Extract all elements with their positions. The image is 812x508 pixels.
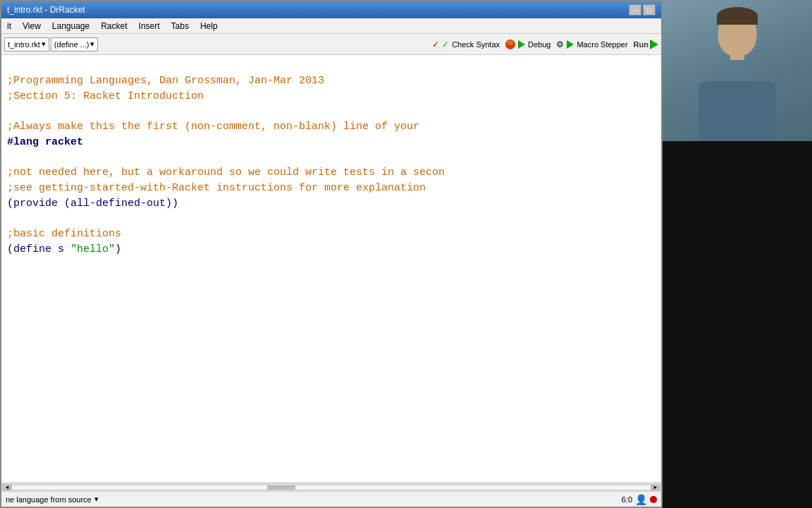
- status-bar: ne language from source ▾ 6:0 👤: [1, 491, 661, 507]
- toolbar: t_intro.rkt ▾ (define ...) ▾ ✓ ✓ Check S…: [1, 34, 661, 55]
- code-line-4: ;Always make this the first (non-comment…: [7, 121, 419, 133]
- title-bar: t_intro.rkt - DrRacket ─ □: [1, 1, 661, 18]
- scroll-left-icon: ◀: [6, 484, 9, 490]
- code-line-11: ;basic definitions: [7, 228, 121, 240]
- menu-language[interactable]: Language: [47, 18, 95, 33]
- menu-tabs[interactable]: Tabs: [166, 18, 195, 33]
- check-syntax-label: Check Syntax: [452, 40, 500, 49]
- minimize-icon: ─: [632, 6, 637, 14]
- code-line-2: ;Section 5: Racket Introduction: [7, 90, 204, 102]
- define-dropdown[interactable]: (define ...) ▾: [51, 37, 99, 52]
- debug-icon: [505, 40, 515, 49]
- minimize-button[interactable]: ─: [629, 4, 641, 16]
- macro-stepper-group[interactable]: ⚙ Macro Stepper: [556, 40, 627, 49]
- define-dropdown-arrow: ▾: [90, 40, 94, 49]
- menu-insert[interactable]: Insert: [133, 18, 166, 33]
- run-label: Run: [634, 40, 648, 49]
- status-person-icon: 👤: [635, 494, 647, 505]
- macro-stepper-icon: ⚙: [556, 40, 564, 49]
- scrollbar-track[interactable]: [11, 485, 651, 490]
- status-dot-red: [650, 496, 657, 503]
- check-syntax-icon2: ✓: [442, 40, 449, 49]
- define-dropdown-value: (define ...): [54, 40, 90, 49]
- language-status: ne language from source: [6, 495, 92, 504]
- run-group[interactable]: Run: [634, 40, 658, 49]
- maximize-icon: □: [647, 6, 651, 14]
- macro-stepper-play-icon: [567, 40, 574, 49]
- window-title: t_intro.rkt - DrRacket: [7, 5, 85, 15]
- menu-racket[interactable]: Racket: [95, 18, 133, 33]
- menu-view[interactable]: View: [17, 18, 47, 33]
- status-left: ne language from source ▾: [6, 495, 616, 504]
- run-icon: [650, 40, 658, 49]
- check-syntax-icon: ✓: [432, 40, 439, 49]
- menu-help[interactable]: Help: [195, 18, 223, 33]
- file-dropdown[interactable]: t_intro.rkt ▾: [4, 37, 49, 52]
- macro-stepper-label: Macro Stepper: [577, 40, 627, 49]
- toolbar-right: ✓ ✓ Check Syntax Debug ⚙ Macro Stepper: [432, 40, 658, 49]
- video-feed: [663, 0, 812, 141]
- scroll-right-icon: ▶: [654, 484, 658, 490]
- scroll-right-button[interactable]: ▶: [651, 485, 660, 490]
- debug-label: Debug: [528, 40, 550, 49]
- horizontal-scrollbar[interactable]: ◀ ▶: [1, 483, 661, 491]
- language-dropdown-arrow[interactable]: ▾: [94, 495, 99, 504]
- file-dropdown-arrow: ▾: [42, 40, 46, 49]
- window-controls: ─ □: [629, 4, 656, 16]
- video-panel: [663, 0, 812, 508]
- code-line-5: #lang racket: [7, 136, 83, 148]
- code-editor[interactable]: ;Programming Languages, Dan Grossman, Ja…: [1, 55, 661, 483]
- scroll-left-button[interactable]: ◀: [3, 485, 11, 490]
- check-syntax-group[interactable]: ✓ ✓ Check Syntax: [432, 40, 500, 49]
- debug-play-icon: [518, 40, 525, 49]
- code-line-12: (define s "hello"): [7, 243, 121, 255]
- video-bottom: [663, 141, 812, 508]
- code-line-7: ;not needed here, but a workaround so we…: [7, 167, 445, 179]
- scrollbar-thumb[interactable]: [267, 485, 295, 490]
- code-line-9: (provide (all-defined-out)): [7, 198, 178, 210]
- file-dropdown-value: t_intro.rkt: [8, 40, 40, 49]
- menu-bar: it View Language Racket Insert Tabs Help: [1, 18, 661, 34]
- debug-group[interactable]: Debug: [505, 40, 550, 49]
- maximize-button[interactable]: □: [643, 4, 656, 16]
- cursor-position: 6:0: [622, 495, 632, 504]
- status-right: 6:0 👤: [622, 494, 657, 505]
- editor-area[interactable]: ;Programming Languages, Dan Grossman, Ja…: [1, 55, 661, 483]
- menu-file[interactable]: it: [1, 18, 17, 33]
- code-line-8: ;see getting-started-with-Racket instruc…: [7, 182, 426, 194]
- toolbar-left: t_intro.rkt ▾ (define ...) ▾: [4, 37, 98, 52]
- code-line-1: ;Programming Languages, Dan Grossman, Ja…: [7, 75, 324, 87]
